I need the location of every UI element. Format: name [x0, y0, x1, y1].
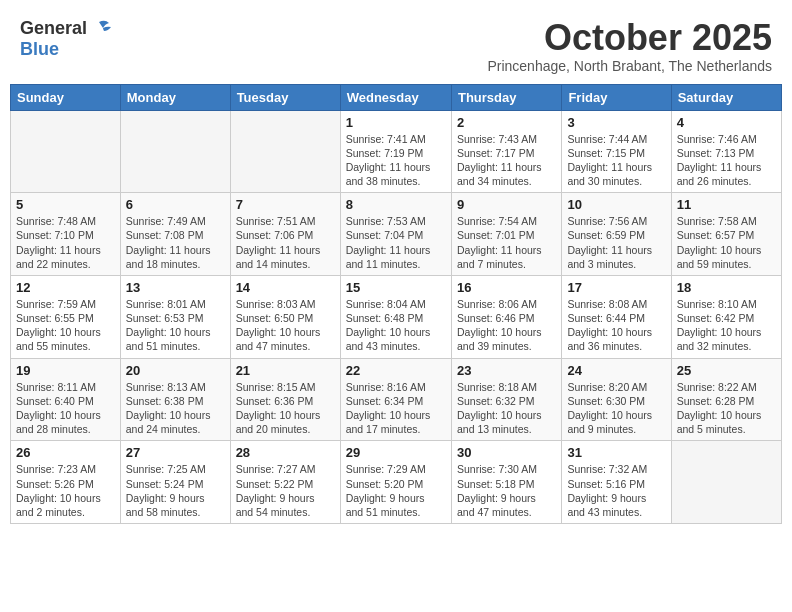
day-number: 30: [457, 445, 556, 460]
day-info: Sunrise: 7:49 AM Sunset: 7:08 PM Dayligh…: [126, 214, 225, 271]
day-number: 2: [457, 115, 556, 130]
day-number: 23: [457, 363, 556, 378]
day-info: Sunrise: 8:03 AM Sunset: 6:50 PM Dayligh…: [236, 297, 335, 354]
logo-general-text: General: [20, 19, 87, 39]
day-number: 22: [346, 363, 446, 378]
title-area: October 2025 Princenhage, North Brabant,…: [487, 18, 772, 74]
calendar-week-row: 12Sunrise: 7:59 AM Sunset: 6:55 PM Dayli…: [11, 275, 782, 358]
calendar-cell: [11, 110, 121, 193]
day-number: 27: [126, 445, 225, 460]
day-info: Sunrise: 7:27 AM Sunset: 5:22 PM Dayligh…: [236, 462, 335, 519]
day-info: Sunrise: 7:29 AM Sunset: 5:20 PM Dayligh…: [346, 462, 446, 519]
calendar-cell: 29Sunrise: 7:29 AM Sunset: 5:20 PM Dayli…: [340, 441, 451, 524]
calendar-cell: 30Sunrise: 7:30 AM Sunset: 5:18 PM Dayli…: [451, 441, 561, 524]
calendar-cell: 10Sunrise: 7:56 AM Sunset: 6:59 PM Dayli…: [562, 193, 671, 276]
calendar-cell: 28Sunrise: 7:27 AM Sunset: 5:22 PM Dayli…: [230, 441, 340, 524]
day-info: Sunrise: 8:06 AM Sunset: 6:46 PM Dayligh…: [457, 297, 556, 354]
calendar-cell: [230, 110, 340, 193]
day-info: Sunrise: 7:25 AM Sunset: 5:24 PM Dayligh…: [126, 462, 225, 519]
day-number: 25: [677, 363, 776, 378]
day-info: Sunrise: 8:18 AM Sunset: 6:32 PM Dayligh…: [457, 380, 556, 437]
day-info: Sunrise: 7:41 AM Sunset: 7:19 PM Dayligh…: [346, 132, 446, 189]
calendar-cell: 7Sunrise: 7:51 AM Sunset: 7:06 PM Daylig…: [230, 193, 340, 276]
day-number: 13: [126, 280, 225, 295]
day-number: 10: [567, 197, 665, 212]
weekday-header-wednesday: Wednesday: [340, 84, 451, 110]
calendar-cell: 19Sunrise: 8:11 AM Sunset: 6:40 PM Dayli…: [11, 358, 121, 441]
day-info: Sunrise: 7:59 AM Sunset: 6:55 PM Dayligh…: [16, 297, 115, 354]
calendar-cell: 21Sunrise: 8:15 AM Sunset: 6:36 PM Dayli…: [230, 358, 340, 441]
calendar-cell: 23Sunrise: 8:18 AM Sunset: 6:32 PM Dayli…: [451, 358, 561, 441]
calendar-cell: 4Sunrise: 7:46 AM Sunset: 7:13 PM Daylig…: [671, 110, 781, 193]
day-info: Sunrise: 7:46 AM Sunset: 7:13 PM Dayligh…: [677, 132, 776, 189]
day-number: 4: [677, 115, 776, 130]
calendar-cell: 2Sunrise: 7:43 AM Sunset: 7:17 PM Daylig…: [451, 110, 561, 193]
day-number: 18: [677, 280, 776, 295]
calendar-week-row: 5Sunrise: 7:48 AM Sunset: 7:10 PM Daylig…: [11, 193, 782, 276]
day-number: 21: [236, 363, 335, 378]
calendar-cell: [120, 110, 230, 193]
logo: General Blue: [20, 18, 113, 60]
weekday-header-saturday: Saturday: [671, 84, 781, 110]
day-info: Sunrise: 8:08 AM Sunset: 6:44 PM Dayligh…: [567, 297, 665, 354]
day-number: 29: [346, 445, 446, 460]
day-info: Sunrise: 8:13 AM Sunset: 6:38 PM Dayligh…: [126, 380, 225, 437]
calendar-cell: 9Sunrise: 7:54 AM Sunset: 7:01 PM Daylig…: [451, 193, 561, 276]
day-number: 20: [126, 363, 225, 378]
weekday-header-friday: Friday: [562, 84, 671, 110]
day-info: Sunrise: 7:44 AM Sunset: 7:15 PM Dayligh…: [567, 132, 665, 189]
calendar-header-row: SundayMondayTuesdayWednesdayThursdayFrid…: [11, 84, 782, 110]
calendar-cell: 16Sunrise: 8:06 AM Sunset: 6:46 PM Dayli…: [451, 275, 561, 358]
day-info: Sunrise: 7:43 AM Sunset: 7:17 PM Dayligh…: [457, 132, 556, 189]
day-info: Sunrise: 7:30 AM Sunset: 5:18 PM Dayligh…: [457, 462, 556, 519]
day-info: Sunrise: 8:01 AM Sunset: 6:53 PM Dayligh…: [126, 297, 225, 354]
calendar-cell: 6Sunrise: 7:49 AM Sunset: 7:08 PM Daylig…: [120, 193, 230, 276]
day-number: 9: [457, 197, 556, 212]
calendar-cell: 25Sunrise: 8:22 AM Sunset: 6:28 PM Dayli…: [671, 358, 781, 441]
day-info: Sunrise: 8:15 AM Sunset: 6:36 PM Dayligh…: [236, 380, 335, 437]
subtitle: Princenhage, North Brabant, The Netherla…: [487, 58, 772, 74]
day-info: Sunrise: 8:10 AM Sunset: 6:42 PM Dayligh…: [677, 297, 776, 354]
day-number: 6: [126, 197, 225, 212]
day-number: 5: [16, 197, 115, 212]
calendar-cell: 12Sunrise: 7:59 AM Sunset: 6:55 PM Dayli…: [11, 275, 121, 358]
day-number: 1: [346, 115, 446, 130]
logo-bird-icon: [91, 18, 113, 40]
day-info: Sunrise: 7:48 AM Sunset: 7:10 PM Dayligh…: [16, 214, 115, 271]
calendar-cell: 14Sunrise: 8:03 AM Sunset: 6:50 PM Dayli…: [230, 275, 340, 358]
day-info: Sunrise: 8:04 AM Sunset: 6:48 PM Dayligh…: [346, 297, 446, 354]
calendar-week-row: 26Sunrise: 7:23 AM Sunset: 5:26 PM Dayli…: [11, 441, 782, 524]
weekday-header-thursday: Thursday: [451, 84, 561, 110]
day-info: Sunrise: 8:11 AM Sunset: 6:40 PM Dayligh…: [16, 380, 115, 437]
day-number: 12: [16, 280, 115, 295]
day-number: 8: [346, 197, 446, 212]
day-number: 3: [567, 115, 665, 130]
day-info: Sunrise: 7:56 AM Sunset: 6:59 PM Dayligh…: [567, 214, 665, 271]
weekday-header-sunday: Sunday: [11, 84, 121, 110]
calendar-week-row: 1Sunrise: 7:41 AM Sunset: 7:19 PM Daylig…: [11, 110, 782, 193]
calendar-cell: 8Sunrise: 7:53 AM Sunset: 7:04 PM Daylig…: [340, 193, 451, 276]
day-number: 19: [16, 363, 115, 378]
calendar-cell: 1Sunrise: 7:41 AM Sunset: 7:19 PM Daylig…: [340, 110, 451, 193]
day-number: 7: [236, 197, 335, 212]
calendar-table: SundayMondayTuesdayWednesdayThursdayFrid…: [10, 84, 782, 524]
day-number: 24: [567, 363, 665, 378]
day-number: 28: [236, 445, 335, 460]
day-info: Sunrise: 7:53 AM Sunset: 7:04 PM Dayligh…: [346, 214, 446, 271]
day-number: 31: [567, 445, 665, 460]
calendar-cell: 13Sunrise: 8:01 AM Sunset: 6:53 PM Dayli…: [120, 275, 230, 358]
day-info: Sunrise: 8:22 AM Sunset: 6:28 PM Dayligh…: [677, 380, 776, 437]
calendar-cell: 15Sunrise: 8:04 AM Sunset: 6:48 PM Dayli…: [340, 275, 451, 358]
calendar-cell: 20Sunrise: 8:13 AM Sunset: 6:38 PM Dayli…: [120, 358, 230, 441]
calendar-cell: 27Sunrise: 7:25 AM Sunset: 5:24 PM Dayli…: [120, 441, 230, 524]
calendar-cell: 26Sunrise: 7:23 AM Sunset: 5:26 PM Dayli…: [11, 441, 121, 524]
day-info: Sunrise: 7:58 AM Sunset: 6:57 PM Dayligh…: [677, 214, 776, 271]
weekday-header-monday: Monday: [120, 84, 230, 110]
day-number: 17: [567, 280, 665, 295]
calendar-cell: 11Sunrise: 7:58 AM Sunset: 6:57 PM Dayli…: [671, 193, 781, 276]
calendar-week-row: 19Sunrise: 8:11 AM Sunset: 6:40 PM Dayli…: [11, 358, 782, 441]
calendar-cell: 5Sunrise: 7:48 AM Sunset: 7:10 PM Daylig…: [11, 193, 121, 276]
calendar-cell: 24Sunrise: 8:20 AM Sunset: 6:30 PM Dayli…: [562, 358, 671, 441]
day-number: 26: [16, 445, 115, 460]
day-info: Sunrise: 7:54 AM Sunset: 7:01 PM Dayligh…: [457, 214, 556, 271]
